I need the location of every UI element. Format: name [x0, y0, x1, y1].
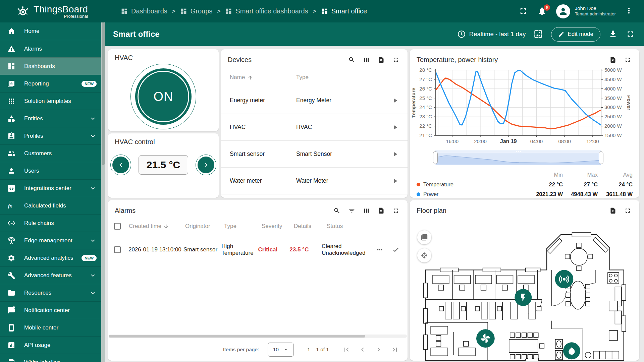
sidebar-item-alarms[interactable]: Alarms — [0, 40, 101, 57]
sidebar-item-integrations-center[interactable]: Integrations center — [0, 179, 101, 197]
column-originator[interactable]: Originator — [185, 223, 224, 230]
columns-icon[interactable] — [360, 205, 373, 216]
column-details[interactable]: Details — [294, 223, 327, 230]
breadcrumb-groups[interactable]: Groups — [180, 7, 213, 15]
previous-page-icon[interactable] — [359, 346, 367, 354]
user-avatar[interactable] — [556, 4, 570, 18]
sidebar-item-rule-chains[interactable]: Rule chains — [0, 214, 101, 232]
sidebar-item-solution-templates[interactable]: Solution templates — [0, 92, 101, 110]
sidebar-item-resources[interactable]: Resources — [0, 284, 101, 301]
widget-fullscreen-icon[interactable] — [389, 205, 402, 216]
svg-text:27 °C: 27 °C — [419, 76, 432, 82]
breadcrumb-smart-office[interactable]: Smart office — [321, 7, 367, 15]
column-severity[interactable]: Severity — [262, 223, 294, 230]
columns-icon[interactable] — [360, 54, 373, 65]
table-row[interactable]: 2026-01-19 13:10:00 Smart sensor HighTem… — [108, 235, 408, 264]
alarm-acknowledge-check-icon[interactable] — [392, 246, 399, 253]
breadcrumb-smart-office-dashboards[interactable]: Smart office dashboards — [225, 7, 308, 15]
timewindow-button[interactable]: Realtime - last 1 day — [457, 30, 526, 39]
play-icon[interactable] — [389, 150, 401, 158]
sidebar-item-api-usage[interactable]: API usage — [0, 336, 101, 354]
new-badge: NEW — [82, 81, 97, 87]
increase-temperature-button[interactable] — [196, 155, 216, 175]
notifications-bell-button[interactable]: 6 — [537, 6, 547, 16]
column-type[interactable]: Type — [224, 223, 262, 230]
image-gallery-button[interactable] — [534, 29, 543, 39]
alarm-status: ClearedUnacknowledged — [322, 243, 376, 256]
sidebar-item-profiles[interactable]: Profiles — [0, 127, 101, 144]
sidebar-item-entities[interactable]: Entities — [0, 110, 101, 127]
filter-icon[interactable] — [345, 205, 358, 216]
decrease-temperature-button[interactable] — [110, 155, 131, 175]
sidebar-item-calculated-fields[interactable]: Calculated fields — [0, 197, 101, 214]
sidebar-item-advanced-analytics[interactable]: Advanced analyticsNEW — [0, 249, 101, 266]
legend-header-min: Min — [528, 172, 563, 178]
pan-button[interactable] — [417, 248, 431, 262]
export-icon[interactable] — [606, 205, 619, 216]
export-icon[interactable] — [375, 205, 387, 216]
chart-range-slider[interactable] — [435, 150, 601, 167]
svg-text:21 °C: 21 °C — [419, 132, 432, 138]
play-icon[interactable] — [389, 124, 401, 131]
sidebar-item-customers[interactable]: Customers — [0, 144, 101, 162]
first-page-icon[interactable] — [342, 346, 351, 354]
svg-text:25 °C: 25 °C — [419, 95, 432, 101]
power-dot-icon — [417, 192, 420, 196]
toolbar-fullscreen-button[interactable] — [626, 29, 635, 39]
sidebar-item-white-labeling[interactable]: White labeling — [0, 354, 101, 362]
sidebar-item-label: Profiles — [24, 133, 43, 139]
sidebar-item-advanced-features[interactable]: Advanced features — [0, 266, 101, 284]
next-page-icon[interactable] — [375, 346, 383, 354]
widget-fullscreen-icon[interactable] — [389, 54, 402, 65]
sidebar-scrollbar[interactable] — [101, 22, 105, 362]
search-icon[interactable] — [330, 205, 343, 216]
hvac-power-button[interactable]: ON — [135, 68, 192, 125]
sidebar-item-notification-center[interactable]: Notification center — [0, 301, 101, 319]
user-info[interactable]: John Doe Tenant administrator — [575, 5, 616, 17]
widget-fullscreen-icon[interactable] — [621, 205, 634, 216]
legend-item-temperature[interactable]: Temperature — [417, 182, 453, 188]
column-status[interactable]: Status — [327, 223, 382, 230]
last-page-icon[interactable] — [391, 346, 399, 354]
table-row[interactable]: HVAC HVAC — [221, 114, 408, 141]
download-button[interactable] — [608, 29, 618, 39]
header-fullscreen-button[interactable] — [519, 6, 529, 16]
widget-fullscreen-icon[interactable] — [621, 54, 634, 65]
power-avg: 3611.48 W — [598, 191, 633, 197]
column-created-time[interactable]: Created time — [129, 223, 185, 230]
column-type[interactable]: Type — [296, 74, 401, 81]
thingsboard-logo[interactable]: ThingsBoard Professional — [0, 4, 101, 19]
alarm-more-actions-icon[interactable] — [376, 246, 383, 253]
export-icon[interactable] — [375, 54, 387, 65]
layers-button[interactable] — [417, 230, 431, 244]
sidebar-item-reporting[interactable]: ReportingNEW — [0, 75, 101, 92]
export-icon[interactable] — [606, 54, 619, 65]
header-kebab-menu[interactable] — [625, 6, 635, 16]
table-row[interactable]: Water meter Water Meter — [221, 168, 408, 194]
range-slider-left-handle[interactable] — [433, 151, 438, 164]
row-checkbox[interactable] — [114, 246, 121, 253]
sidebar-item-edge-management[interactable]: Edge management — [0, 232, 101, 249]
table-row[interactable]: Energy meter Energy Meter — [221, 87, 408, 114]
devices-widget: Devices Name Type Energy meter Energy Me… — [221, 49, 408, 198]
horizontal-scrollbar[interactable] — [109, 335, 407, 338]
range-slider-right-handle[interactable] — [599, 151, 603, 164]
caret-down-icon — [283, 347, 289, 353]
column-name[interactable]: Name — [230, 74, 296, 81]
sidebar-item-users[interactable]: Users — [0, 162, 101, 179]
legend-item-power[interactable]: Power — [417, 191, 438, 197]
sidebar-item-mobile-center[interactable]: Mobile center — [0, 319, 101, 336]
sidebar-item-home[interactable]: Home — [0, 22, 101, 40]
breadcrumb-dashboards[interactable]: Dashboards — [121, 7, 167, 15]
edit-mode-button[interactable]: Edit mode — [551, 27, 600, 42]
select-all-checkbox[interactable] — [114, 223, 121, 230]
play-icon[interactable] — [389, 97, 401, 104]
power-max: 4948.43 W — [563, 191, 598, 197]
page-size-select[interactable]: 10 — [268, 343, 294, 357]
users-icon — [7, 167, 15, 175]
sidebar-item-dashboards[interactable]: Dashboards — [0, 57, 101, 75]
table-row[interactable]: Smart sensor Smart Sensor — [221, 141, 408, 168]
search-icon[interactable] — [345, 54, 358, 65]
api-usage-icon — [7, 341, 15, 349]
play-icon[interactable] — [389, 177, 401, 185]
